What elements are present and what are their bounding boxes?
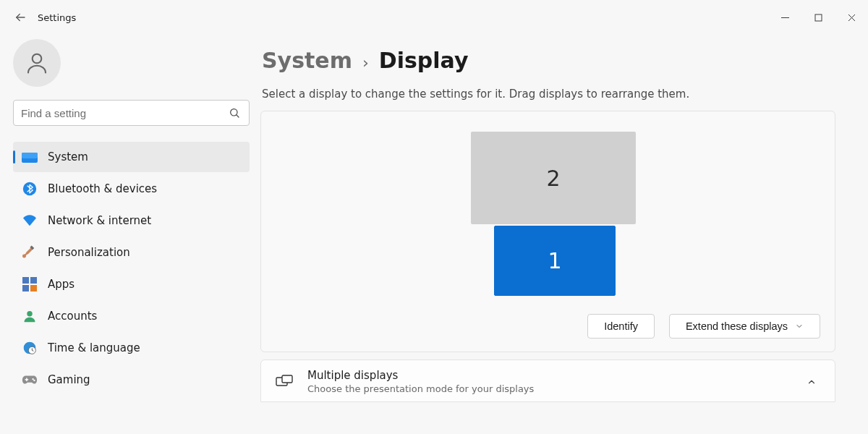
section-title: Multiple displays	[307, 369, 801, 382]
nav-item-bluetooth[interactable]: Bluetooth & devices	[13, 174, 250, 204]
nav-item-accounts[interactable]: Accounts	[13, 301, 250, 331]
person-icon	[24, 50, 50, 76]
wifi-icon	[22, 213, 38, 229]
nav-item-gaming[interactable]: Gaming	[13, 365, 250, 395]
sidebar: System Bluetooth & devices Network & int…	[0, 35, 260, 434]
maximize-button[interactable]	[801, 6, 835, 29]
svg-rect-13	[30, 277, 37, 284]
svg-rect-15	[30, 285, 37, 292]
svg-rect-14	[22, 285, 29, 292]
svg-point-5	[33, 54, 42, 64]
minimize-button[interactable]	[768, 6, 801, 29]
breadcrumb: System › Display	[262, 48, 854, 73]
main-content: System › Display Select a display to cha…	[260, 35, 868, 434]
panel-actions: Identify Extend these displays	[276, 314, 820, 339]
nav-label: Personalization	[48, 246, 130, 259]
arrow-left-icon	[14, 11, 27, 24]
display-arrangement-panel: 2 1 Identify Extend these displays	[260, 111, 835, 352]
expand-toggle[interactable]	[801, 372, 822, 392]
button-label: Identify	[604, 320, 638, 332]
nav-label: Accounts	[48, 310, 97, 323]
nav-label: Network & internet	[48, 214, 151, 227]
user-avatar[interactable]	[13, 39, 61, 87]
dropdown-label: Extend these displays	[686, 320, 788, 332]
svg-point-16	[27, 311, 33, 317]
window-title: Settings	[38, 12, 76, 23]
search-field-wrapper	[13, 100, 250, 126]
page-subtitle: Select a display to change the settings …	[262, 88, 854, 101]
display-mode-dropdown[interactable]: Extend these displays	[669, 314, 820, 339]
search-button[interactable]	[222, 100, 247, 126]
display-arrangement-area[interactable]: 2 1	[276, 126, 820, 307]
nav-label: Time & language	[48, 341, 140, 354]
close-button[interactable]	[835, 6, 868, 29]
back-button[interactable]	[6, 3, 35, 32]
svg-rect-9	[22, 153, 38, 158]
nav-label: System	[48, 150, 88, 163]
nav-item-apps[interactable]: Apps	[13, 269, 250, 299]
breadcrumb-parent[interactable]: System	[262, 48, 352, 73]
identify-button[interactable]: Identify	[587, 314, 655, 339]
svg-rect-12	[22, 277, 29, 284]
svg-line-7	[237, 115, 239, 117]
maximize-icon	[814, 14, 822, 22]
nav-item-network[interactable]: Network & internet	[13, 205, 250, 236]
nav-label: Gaming	[48, 373, 90, 386]
svg-rect-1	[781, 17, 789, 18]
search-icon	[229, 107, 240, 119]
nav-item-time-language[interactable]: Time & language	[13, 333, 250, 363]
nav-item-system[interactable]: System	[13, 142, 250, 172]
system-icon	[22, 149, 38, 165]
monitor-label: 2	[546, 166, 560, 191]
title-bar: Settings	[0, 0, 868, 35]
monitor-1[interactable]: 1	[494, 226, 616, 296]
paintbrush-icon	[22, 244, 38, 260]
account-icon	[22, 308, 38, 324]
gamepad-icon	[22, 372, 38, 388]
chevron-right-icon: ›	[362, 54, 369, 72]
nav-label: Apps	[48, 278, 75, 291]
section-text: Multiple displays Choose the presentatio…	[307, 369, 801, 394]
close-icon	[848, 14, 856, 22]
multiple-displays-section[interactable]: Multiple displays Choose the presentatio…	[260, 359, 835, 402]
chevron-down-icon	[795, 322, 804, 331]
nav-label: Bluetooth & devices	[48, 182, 157, 195]
svg-rect-23	[26, 378, 27, 382]
svg-point-20	[32, 378, 33, 380]
monitor-label: 1	[548, 248, 561, 273]
svg-rect-2	[815, 14, 822, 21]
globe-clock-icon	[22, 340, 38, 356]
bluetooth-icon	[22, 181, 38, 197]
apps-icon	[22, 276, 38, 292]
svg-point-21	[33, 380, 35, 381]
multiple-displays-icon	[274, 372, 294, 392]
section-description: Choose the presentation mode for your di…	[307, 383, 801, 394]
minimize-icon	[781, 14, 789, 22]
breadcrumb-current: Display	[379, 48, 469, 73]
window-controls	[768, 6, 868, 29]
sidebar-nav: System Bluetooth & devices Network & int…	[13, 142, 260, 395]
svg-rect-25	[282, 375, 292, 383]
monitor-2[interactable]: 2	[471, 132, 636, 224]
chevron-up-icon	[807, 377, 817, 387]
nav-item-personalization[interactable]: Personalization	[13, 237, 250, 268]
search-input[interactable]	[13, 100, 250, 126]
